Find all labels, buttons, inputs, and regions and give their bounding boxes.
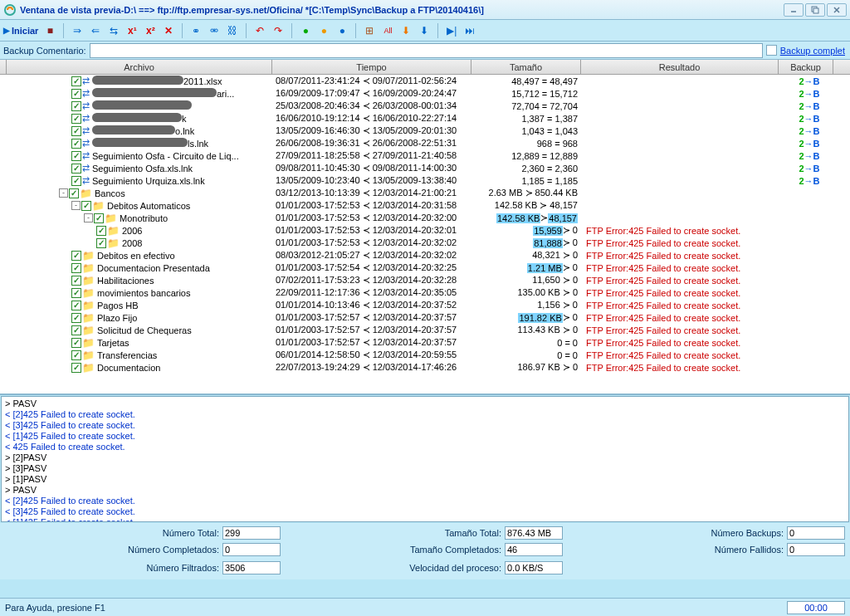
tree-expander[interactable]: - xyxy=(84,213,93,222)
row-checkbox[interactable] xyxy=(71,313,81,323)
row-checkbox[interactable] xyxy=(71,139,81,149)
table-row[interactable]: ⇄25/03/2008-20:46:34 ≺ 26/03/2008-00:01:… xyxy=(0,100,850,112)
redo-icon[interactable]: ↷ xyxy=(271,24,285,37)
cell-time: 03/12/2013-10:13:39 ≺ 12/03/2014-21:00:2… xyxy=(272,188,471,198)
table-row[interactable]: 📁Tarjetas01/01/2003-17:52:57 ≺ 12/03/201… xyxy=(0,336,850,349)
row-checkbox[interactable] xyxy=(71,76,81,86)
row-checkbox[interactable] xyxy=(81,201,91,211)
col-gutter[interactable] xyxy=(0,60,7,74)
table-row[interactable]: 📁Transferencias06/01/2014-12:58:50 ≺ 12/… xyxy=(0,349,850,361)
col-time[interactable]: Tiempo xyxy=(272,60,471,74)
row-checkbox[interactable] xyxy=(71,276,81,286)
cell-size: 15,712 = 15,712 xyxy=(471,89,581,99)
file-name: movimientos bancarios xyxy=(97,288,191,298)
statusbar: Para Ayuda, presione F1 00:00 xyxy=(0,598,850,616)
table-row[interactable]: ⇄o.lnk13/05/2009-16:46:30 ≺ 13/05/2009-2… xyxy=(0,125,850,137)
tree-expander[interactable]: - xyxy=(59,188,68,198)
table-row[interactable]: 📁Habilitaciones07/02/2011-17:53:23 ≺ 12/… xyxy=(0,274,850,286)
table-row[interactable]: 📁Pagos HB01/01/2014-10:13:46 ≺ 12/03/201… xyxy=(0,299,850,311)
row-checkbox[interactable] xyxy=(71,325,81,335)
row-checkbox[interactable] xyxy=(71,263,81,273)
down-blue-icon[interactable]: ⬇ xyxy=(418,24,431,37)
arrow-left-blue-icon[interactable]: ⇚ xyxy=(89,24,102,37)
arrow-right-blue-icon[interactable]: ⇛ xyxy=(71,24,84,37)
row-checkbox[interactable] xyxy=(96,238,106,248)
maximize-button[interactable] xyxy=(805,3,825,17)
grid-body[interactable]: ⇄2011.xlsx08/07/2011-23:41:24 ≺ 09/07/20… xyxy=(0,75,850,394)
table-row[interactable]: ⇄ls.lnk26/06/2008-19:36:31 ≺ 26/06/2008-… xyxy=(0,137,850,149)
col-file[interactable]: Archivo xyxy=(7,60,272,74)
undo-icon[interactable]: ↶ xyxy=(253,24,266,37)
cell-size: 0 = 0 xyxy=(471,338,581,348)
next-icon[interactable]: ▶| xyxy=(445,24,458,37)
orange-dot-icon[interactable]: ● xyxy=(317,24,330,37)
table-row[interactable]: ⇄ari...16/09/2009-17:09:47 ≺ 16/09/2009-… xyxy=(0,87,850,100)
cell-size: 2.63 MB ≻ 850.44 KB xyxy=(471,188,581,198)
table-row[interactable]: ⇄Seguimiento Urquiza.xls.lnk13/05/2009-1… xyxy=(0,174,850,187)
stop-icon[interactable]: ■ xyxy=(43,24,56,37)
table-row[interactable]: ⇄2011.xlsx08/07/2011-23:41:24 ≺ 09/07/20… xyxy=(0,75,850,87)
row-checkbox[interactable] xyxy=(71,89,81,99)
table-row[interactable]: -📁Debitos Automaticos01/01/2003-17:52:53… xyxy=(0,199,850,212)
start-button[interactable]: Iniciar xyxy=(3,26,38,36)
cell-result: FTP Error:425 Failed to create socket. xyxy=(581,350,782,360)
down-orange-icon[interactable]: ⬇ xyxy=(399,24,413,37)
row-checkbox[interactable] xyxy=(94,213,104,223)
table-row[interactable]: 📁200801/01/2003-17:52:53 ≺ 12/03/2014-20… xyxy=(0,237,850,249)
table-row[interactable]: 📁200601/01/2003-17:52:53 ≺ 12/03/2014-20… xyxy=(0,224,850,237)
table-row[interactable]: 📁Documentacion22/07/2013-19:24:29 ≺ 12/0… xyxy=(0,361,850,374)
table-row[interactable]: 📁movimientos bancarios22/09/2011-12:17:3… xyxy=(0,286,850,299)
file-name: Pagos HB xyxy=(97,301,139,310)
green-dot-icon[interactable]: ● xyxy=(299,24,312,37)
log-line: > [2]PASV xyxy=(5,452,845,463)
backup-complete-checkbox[interactable] xyxy=(766,45,777,56)
row-checkbox[interactable] xyxy=(96,226,106,236)
all-icon[interactable]: All xyxy=(381,24,394,37)
close-button[interactable] xyxy=(827,3,847,17)
last-icon[interactable]: ⏭ xyxy=(463,24,476,37)
speed-label: Velocidad del proceso: xyxy=(287,563,501,573)
row-checkbox[interactable] xyxy=(71,126,81,136)
table-row[interactable]: ⇄Seguimiento Osfa - Circuito de Liq...27… xyxy=(0,149,850,162)
row-checkbox[interactable] xyxy=(71,251,81,261)
minimize-button[interactable] xyxy=(784,3,804,17)
x1-icon[interactable]: x¹ xyxy=(125,24,139,37)
file-name: Seguimiento Urquiza.xls.lnk xyxy=(92,176,205,186)
col-result[interactable]: Resultado xyxy=(581,60,779,74)
table-row[interactable]: 📁Documentacion Presentada01/01/2003-17:5… xyxy=(0,262,850,274)
row-checkbox[interactable] xyxy=(71,114,81,124)
row-checkbox[interactable] xyxy=(71,151,81,161)
backup-complete-link[interactable]: Backup complet xyxy=(780,46,845,56)
comment-input[interactable] xyxy=(90,43,763,58)
row-checkbox[interactable] xyxy=(71,176,81,186)
row-checkbox[interactable] xyxy=(71,288,81,298)
table-row[interactable]: -📁Monotributo01/01/2003-17:52:53 ≺ 12/03… xyxy=(0,212,850,224)
log-pane[interactable]: > PASV< [2]425 Failed to create socket.<… xyxy=(1,396,849,522)
unlink-icon[interactable]: ⚮ xyxy=(208,24,221,37)
link-icon[interactable]: ⚭ xyxy=(189,24,203,37)
folder-icon: 📁 xyxy=(92,200,105,212)
row-checkbox[interactable] xyxy=(71,350,81,360)
chain-icon[interactable]: ⛓ xyxy=(226,24,239,37)
table-row[interactable]: 📁Debitos en efectivo08/03/2012-21:05:27 … xyxy=(0,249,850,262)
table-row[interactable]: 📁Plazo Fijo01/01/2003-17:52:57 ≺ 12/03/2… xyxy=(0,311,850,324)
col-backup-label: Backup xyxy=(790,62,821,72)
row-checkbox[interactable] xyxy=(71,101,81,111)
tree-icon[interactable]: ⊞ xyxy=(363,24,376,37)
x-red-icon[interactable]: ✕ xyxy=(162,24,175,37)
row-checkbox[interactable] xyxy=(69,188,79,198)
table-row[interactable]: 📁Solicitud de Chequeras01/01/2003-17:52:… xyxy=(0,324,850,336)
row-checkbox[interactable] xyxy=(71,301,81,310)
col-size[interactable]: Tamaño xyxy=(471,60,581,74)
row-checkbox[interactable] xyxy=(71,363,81,373)
table-row[interactable]: -📁Bancos03/12/2013-10:13:39 ≺ 12/03/2014… xyxy=(0,187,850,199)
row-checkbox[interactable] xyxy=(71,338,81,348)
x2-icon[interactable]: x² xyxy=(144,24,157,37)
row-checkbox[interactable] xyxy=(71,164,81,174)
tree-expander[interactable]: - xyxy=(71,201,81,210)
swap-blue-icon[interactable]: ⇆ xyxy=(107,24,120,37)
blue-dot-icon[interactable]: ● xyxy=(335,24,349,37)
col-backup[interactable]: Backup xyxy=(779,60,833,74)
table-row[interactable]: ⇄Seguimiento Osfa.xls.lnk09/08/2011-10:4… xyxy=(0,162,850,174)
table-row[interactable]: ⇄k16/06/2010-19:12:14 ≺ 16/06/2010-22:27… xyxy=(0,112,850,125)
